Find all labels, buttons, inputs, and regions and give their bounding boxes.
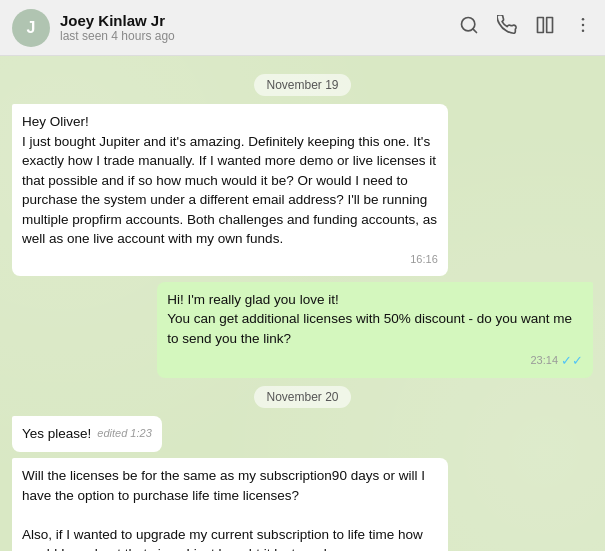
svg-point-5 bbox=[582, 24, 585, 27]
menu-icon[interactable] bbox=[573, 15, 593, 40]
chat-header: J Joey Kinlaw Jr last seen 4 hours ago bbox=[0, 0, 605, 56]
header-info: Joey Kinlaw Jr last seen 4 hours ago bbox=[60, 12, 459, 43]
layout-icon[interactable] bbox=[535, 15, 555, 40]
date-separator-nov20: November 20 bbox=[12, 386, 593, 408]
message-time: 16:16 bbox=[22, 252, 438, 268]
message-text: Hi! I'm really glad you love it! You can… bbox=[167, 290, 583, 349]
message-bubble: Hey Oliver! I just bought Jupiter and it… bbox=[12, 104, 448, 276]
avatar-initial: J bbox=[27, 19, 36, 37]
svg-rect-2 bbox=[538, 18, 544, 33]
message-row: Hi! I'm really glad you love it! You can… bbox=[12, 282, 593, 379]
message-text: Will the licenses be for the same as my … bbox=[22, 466, 438, 551]
message-row: Hey Oliver! I just bought Jupiter and it… bbox=[12, 104, 593, 276]
edited-label: edited 1:23 bbox=[97, 426, 151, 442]
read-checkmarks: ✓✓ bbox=[561, 352, 583, 371]
contact-status: last seen 4 hours ago bbox=[60, 29, 459, 43]
message-text: Hey Oliver! I just bought Jupiter and it… bbox=[22, 112, 438, 249]
avatar: J bbox=[12, 9, 50, 47]
header-actions bbox=[459, 15, 593, 40]
message-bubble: Hi! I'm really glad you love it! You can… bbox=[157, 282, 593, 379]
search-icon[interactable] bbox=[459, 15, 479, 40]
svg-point-6 bbox=[582, 30, 585, 33]
message-text: Yes please! bbox=[22, 424, 91, 444]
svg-point-4 bbox=[582, 18, 585, 21]
svg-rect-3 bbox=[547, 18, 553, 33]
chat-body: November 19 Hey Oliver! I just bought Ju… bbox=[0, 56, 605, 551]
message-bubble: Will the licenses be for the same as my … bbox=[12, 458, 448, 551]
contact-name: Joey Kinlaw Jr bbox=[60, 12, 459, 29]
message-bubble: Yes please! edited 1:23 bbox=[12, 416, 162, 452]
message-row: Yes please! edited 1:23 bbox=[12, 416, 593, 452]
message-row: Will the licenses be for the same as my … bbox=[12, 458, 593, 551]
phone-icon[interactable] bbox=[497, 15, 517, 40]
svg-line-1 bbox=[473, 29, 477, 33]
date-separator-nov19: November 19 bbox=[12, 74, 593, 96]
message-time: 23:14 ✓✓ bbox=[167, 352, 583, 371]
